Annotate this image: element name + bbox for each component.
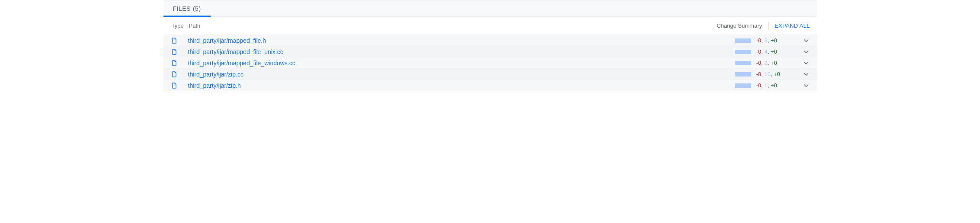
file-row[interactable]: third_party/ijar/mapped_file_unix.cc-0, … bbox=[163, 46, 817, 57]
diff-bar bbox=[725, 83, 751, 88]
diff-bar bbox=[725, 61, 751, 65]
expand-row-button[interactable] bbox=[794, 48, 810, 56]
file-path-link[interactable]: third_party/ijar/zip.cc bbox=[188, 71, 725, 78]
stat-deleted: -0 bbox=[756, 37, 762, 44]
file-icon bbox=[171, 48, 178, 56]
stat-modified: 4 bbox=[764, 48, 767, 55]
file-list: third_party/ijar/mapped_file.h-0, 3, +0t… bbox=[163, 35, 817, 91]
expand-row-button[interactable] bbox=[794, 37, 810, 45]
diff-bar bbox=[725, 50, 751, 54]
file-path-link[interactable]: third_party/ijar/zip.h bbox=[188, 82, 725, 89]
diff-bar bbox=[725, 38, 751, 43]
tab-files-label: FILES bbox=[173, 5, 191, 12]
file-path-link[interactable]: third_party/ijar/mapped_file_windows.cc bbox=[188, 60, 725, 67]
stat-deleted: -0 bbox=[756, 82, 762, 89]
header-divider bbox=[768, 22, 769, 30]
header-change-summary: Change Summary bbox=[699, 22, 762, 29]
file-icon bbox=[171, 70, 178, 79]
tab-files[interactable]: FILES (5) bbox=[163, 0, 211, 16]
chevron-down-icon bbox=[802, 59, 810, 67]
file-type-cell bbox=[170, 81, 188, 90]
tab-files-count: (5) bbox=[193, 5, 201, 12]
diff-bar bbox=[725, 72, 751, 76]
stat-modified: 1 bbox=[764, 82, 767, 89]
tab-bar: FILES (5) bbox=[163, 0, 817, 17]
expand-all-button[interactable]: EXPAND ALL bbox=[775, 22, 810, 29]
file-icon bbox=[171, 59, 178, 67]
chevron-down-icon bbox=[802, 70, 810, 78]
chevron-down-icon bbox=[802, 37, 810, 45]
trailing-space bbox=[163, 91, 817, 108]
file-path-link[interactable]: third_party/ijar/mapped_file_unix.cc bbox=[188, 48, 725, 55]
file-icon bbox=[171, 36, 178, 45]
stat-inserted: +0 bbox=[771, 60, 777, 66]
stat-deleted: -0 bbox=[756, 71, 762, 77]
stat-inserted: +0 bbox=[771, 37, 777, 44]
stat-modified: 10 bbox=[764, 71, 770, 77]
file-path-link[interactable]: third_party/ijar/mapped_file.h bbox=[188, 37, 725, 44]
chevron-down-icon bbox=[802, 82, 810, 89]
diff-stats: -0, 3, +0 bbox=[751, 37, 794, 44]
expand-row-button[interactable] bbox=[794, 70, 810, 78]
file-type-cell bbox=[170, 59, 188, 67]
diff-stats: -0, 4, +0 bbox=[751, 48, 794, 55]
stat-modified: 2 bbox=[764, 60, 767, 66]
stat-deleted: -0 bbox=[756, 60, 762, 66]
stat-inserted: +0 bbox=[774, 71, 780, 77]
expand-row-button[interactable] bbox=[794, 59, 810, 67]
header-type: Type bbox=[170, 22, 189, 29]
file-row[interactable]: third_party/ijar/zip.h-0, 1, +0 bbox=[163, 80, 817, 91]
file-row[interactable]: third_party/ijar/mapped_file.h-0, 3, +0 bbox=[163, 35, 817, 46]
header-path: Path bbox=[189, 22, 699, 29]
stat-modified: 3 bbox=[764, 37, 767, 44]
file-list-header: Type Path Change Summary EXPAND ALL bbox=[163, 17, 817, 35]
chevron-down-icon bbox=[802, 48, 810, 56]
diff-stats: -0, 1, +0 bbox=[751, 82, 794, 89]
file-row[interactable]: third_party/ijar/zip.cc-0, 10, +0 bbox=[163, 69, 817, 80]
stat-inserted: +0 bbox=[771, 48, 777, 55]
diff-stats: -0, 10, +0 bbox=[751, 71, 794, 77]
expand-row-button[interactable] bbox=[794, 82, 810, 89]
file-type-cell bbox=[170, 36, 188, 45]
file-icon bbox=[171, 81, 178, 90]
file-type-cell bbox=[170, 48, 188, 56]
stat-inserted: +0 bbox=[771, 82, 777, 89]
stat-deleted: -0 bbox=[756, 48, 762, 55]
diff-stats: -0, 2, +0 bbox=[751, 60, 794, 66]
file-row[interactable]: third_party/ijar/mapped_file_windows.cc-… bbox=[163, 57, 817, 69]
file-type-cell bbox=[170, 70, 188, 79]
